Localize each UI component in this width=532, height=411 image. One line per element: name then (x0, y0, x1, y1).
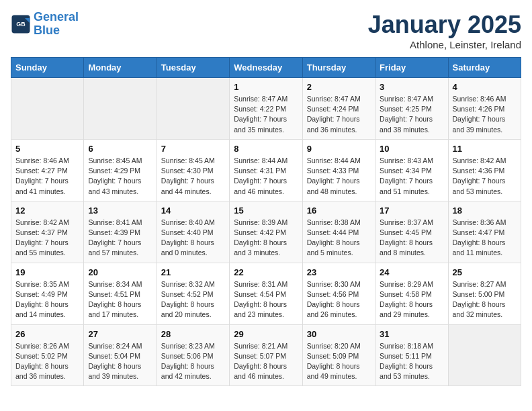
week-row-4: 19Sunrise: 8:35 AM Sunset: 4:49 PM Dayli… (11, 263, 521, 324)
day-number: 21 (161, 267, 225, 277)
logo-text: GeneralBlue (34, 11, 79, 38)
col-header-sunday: Sunday (11, 58, 84, 78)
day-cell: 7Sunrise: 8:45 AM Sunset: 4:30 PM Daylig… (157, 139, 229, 201)
day-number: 30 (307, 329, 371, 339)
day-cell: 3Sunrise: 8:47 AM Sunset: 4:25 PM Daylig… (375, 78, 448, 140)
day-number: 18 (453, 205, 517, 216)
day-number: 20 (88, 267, 152, 277)
day-info: Sunrise: 8:47 AM Sunset: 4:24 PM Dayligh… (307, 94, 371, 135)
day-cell: 15Sunrise: 8:39 AM Sunset: 4:42 PM Dayli… (230, 201, 302, 263)
day-number: 14 (161, 205, 225, 216)
day-info: Sunrise: 8:21 AM Sunset: 5:07 PM Dayligh… (234, 341, 298, 382)
day-cell: 31Sunrise: 8:18 AM Sunset: 5:11 PM Dayli… (375, 324, 448, 386)
day-cell: 8Sunrise: 8:44 AM Sunset: 4:31 PM Daylig… (230, 139, 302, 201)
day-cell: 28Sunrise: 8:23 AM Sunset: 5:06 PM Dayli… (157, 324, 229, 386)
day-cell: 22Sunrise: 8:31 AM Sunset: 4:54 PM Dayli… (230, 263, 302, 324)
week-row-3: 12Sunrise: 8:42 AM Sunset: 4:37 PM Dayli… (11, 201, 521, 263)
day-cell: 19Sunrise: 8:35 AM Sunset: 4:49 PM Dayli… (11, 263, 84, 324)
day-cell: 2Sunrise: 8:47 AM Sunset: 4:24 PM Daylig… (302, 78, 375, 140)
day-cell (448, 324, 521, 386)
day-cell (84, 78, 157, 140)
day-number: 24 (380, 267, 443, 277)
day-info: Sunrise: 8:42 AM Sunset: 4:37 PM Dayligh… (15, 218, 79, 259)
day-info: Sunrise: 8:31 AM Sunset: 4:54 PM Dayligh… (234, 279, 298, 320)
day-info: Sunrise: 8:44 AM Sunset: 4:31 PM Dayligh… (234, 156, 298, 197)
day-cell: 10Sunrise: 8:43 AM Sunset: 4:34 PM Dayli… (375, 139, 448, 201)
day-cell: 4Sunrise: 8:46 AM Sunset: 4:26 PM Daylig… (448, 78, 521, 140)
day-cell (11, 78, 84, 140)
day-number: 29 (234, 329, 298, 339)
day-number: 12 (15, 205, 79, 216)
col-header-saturday: Saturday (448, 58, 521, 78)
day-info: Sunrise: 8:37 AM Sunset: 4:45 PM Dayligh… (380, 218, 443, 259)
day-cell: 21Sunrise: 8:32 AM Sunset: 4:52 PM Dayli… (157, 263, 229, 324)
day-number: 17 (380, 205, 443, 216)
day-cell: 16Sunrise: 8:38 AM Sunset: 4:44 PM Dayli… (302, 201, 375, 263)
week-row-2: 5Sunrise: 8:46 AM Sunset: 4:27 PM Daylig… (11, 139, 521, 201)
day-cell: 27Sunrise: 8:24 AM Sunset: 5:04 PM Dayli… (84, 324, 157, 386)
day-number: 1 (234, 82, 298, 92)
day-number: 2 (307, 82, 371, 92)
col-header-friday: Friday (375, 58, 448, 78)
day-info: Sunrise: 8:20 AM Sunset: 5:09 PM Dayligh… (307, 341, 371, 382)
day-cell (157, 78, 229, 140)
location: Athlone, Leinster, Ireland (368, 39, 521, 50)
day-cell: 26Sunrise: 8:26 AM Sunset: 5:02 PM Dayli… (11, 324, 84, 386)
day-cell: 1Sunrise: 8:47 AM Sunset: 4:22 PM Daylig… (230, 78, 302, 140)
day-number: 28 (161, 329, 225, 339)
col-header-tuesday: Tuesday (157, 58, 229, 78)
day-number: 5 (15, 144, 79, 154)
day-info: Sunrise: 8:32 AM Sunset: 4:52 PM Dayligh… (161, 279, 225, 320)
day-info: Sunrise: 8:27 AM Sunset: 5:00 PM Dayligh… (453, 279, 517, 320)
day-number: 23 (307, 267, 371, 277)
day-info: Sunrise: 8:45 AM Sunset: 4:29 PM Dayligh… (88, 156, 152, 197)
day-number: 3 (380, 82, 443, 92)
day-cell: 17Sunrise: 8:37 AM Sunset: 4:45 PM Dayli… (375, 201, 448, 263)
svg-text:GB: GB (16, 21, 26, 28)
day-number: 26 (15, 329, 79, 339)
day-number: 9 (307, 144, 371, 154)
col-header-thursday: Thursday (302, 58, 375, 78)
col-header-wednesday: Wednesday (230, 58, 302, 78)
day-cell: 9Sunrise: 8:44 AM Sunset: 4:33 PM Daylig… (302, 139, 375, 201)
day-cell: 23Sunrise: 8:30 AM Sunset: 4:56 PM Dayli… (302, 263, 375, 324)
day-info: Sunrise: 8:26 AM Sunset: 5:02 PM Dayligh… (15, 341, 79, 382)
day-number: 11 (453, 144, 517, 154)
day-info: Sunrise: 8:41 AM Sunset: 4:39 PM Dayligh… (88, 218, 152, 259)
day-number: 19 (15, 267, 79, 277)
day-number: 25 (453, 267, 517, 277)
day-cell: 29Sunrise: 8:21 AM Sunset: 5:07 PM Dayli… (230, 324, 302, 386)
day-number: 31 (380, 329, 443, 339)
day-number: 22 (234, 267, 298, 277)
day-info: Sunrise: 8:36 AM Sunset: 4:47 PM Dayligh… (453, 218, 517, 259)
day-info: Sunrise: 8:39 AM Sunset: 4:42 PM Dayligh… (234, 218, 298, 259)
day-info: Sunrise: 8:38 AM Sunset: 4:44 PM Dayligh… (307, 218, 371, 259)
day-info: Sunrise: 8:35 AM Sunset: 4:49 PM Dayligh… (15, 279, 79, 320)
day-cell: 30Sunrise: 8:20 AM Sunset: 5:09 PM Dayli… (302, 324, 375, 386)
day-info: Sunrise: 8:24 AM Sunset: 5:04 PM Dayligh… (88, 341, 152, 382)
day-number: 8 (234, 144, 298, 154)
month-title: January 2025 (368, 11, 521, 39)
logo: GB GeneralBlue (11, 11, 79, 38)
week-row-1: 1Sunrise: 8:47 AM Sunset: 4:22 PM Daylig… (11, 78, 521, 140)
day-info: Sunrise: 8:43 AM Sunset: 4:34 PM Dayligh… (380, 156, 443, 197)
day-info: Sunrise: 8:46 AM Sunset: 4:26 PM Dayligh… (453, 94, 517, 135)
page-header: GB GeneralBlue January 2025 Athlone, Lei… (11, 11, 521, 50)
day-info: Sunrise: 8:46 AM Sunset: 4:27 PM Dayligh… (15, 156, 79, 197)
day-number: 6 (88, 144, 152, 154)
week-row-5: 26Sunrise: 8:26 AM Sunset: 5:02 PM Dayli… (11, 324, 521, 386)
day-cell: 25Sunrise: 8:27 AM Sunset: 5:00 PM Dayli… (448, 263, 521, 324)
day-info: Sunrise: 8:23 AM Sunset: 5:06 PM Dayligh… (161, 341, 225, 382)
day-info: Sunrise: 8:30 AM Sunset: 4:56 PM Dayligh… (307, 279, 371, 320)
day-cell: 13Sunrise: 8:41 AM Sunset: 4:39 PM Dayli… (84, 201, 157, 263)
day-info: Sunrise: 8:47 AM Sunset: 4:22 PM Dayligh… (234, 94, 298, 135)
day-info: Sunrise: 8:47 AM Sunset: 4:25 PM Dayligh… (380, 94, 443, 135)
day-info: Sunrise: 8:29 AM Sunset: 4:58 PM Dayligh… (380, 279, 443, 320)
day-info: Sunrise: 8:42 AM Sunset: 4:36 PM Dayligh… (453, 156, 517, 197)
day-info: Sunrise: 8:45 AM Sunset: 4:30 PM Dayligh… (161, 156, 225, 197)
day-number: 27 (88, 329, 152, 339)
day-number: 13 (88, 205, 152, 216)
title-block: January 2025 Athlone, Leinster, Ireland (368, 11, 521, 50)
day-cell: 24Sunrise: 8:29 AM Sunset: 4:58 PM Dayli… (375, 263, 448, 324)
day-cell: 14Sunrise: 8:40 AM Sunset: 4:40 PM Dayli… (157, 201, 229, 263)
